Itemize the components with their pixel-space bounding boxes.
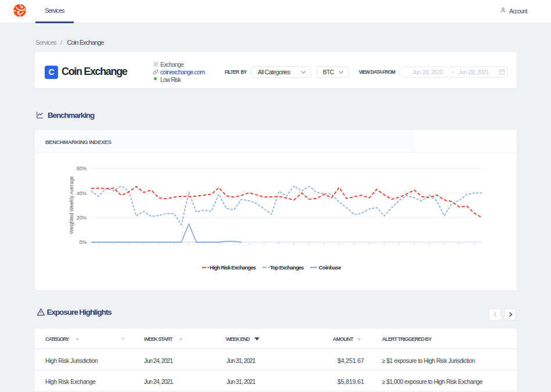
svg-text:0%: 0% (80, 239, 87, 245)
svg-text:20%: 20% (77, 215, 87, 221)
svg-text:Weighted Weekly Average: Weighted Weekly Average (69, 176, 74, 234)
svg-text:60%: 60% (77, 166, 87, 171)
svg-text:40%: 40% (77, 190, 87, 196)
